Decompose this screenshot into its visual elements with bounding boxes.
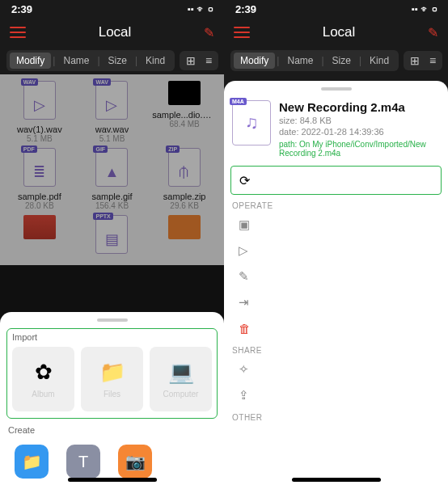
import-label: Import	[12, 332, 212, 342]
import-label: Album	[32, 390, 54, 399]
import-icon: 💻	[168, 360, 194, 385]
home-indicator[interactable]	[68, 478, 157, 482]
edit-icon[interactable]: ✎	[204, 25, 214, 40]
create-option[interactable]: T	[66, 445, 100, 479]
file-detail-sheet: M4A ♫ New Recording 2.m4a size: 84.8 KB …	[224, 81, 448, 485]
action-icon: ▷	[239, 243, 253, 258]
list-view-icon[interactable]: ≡	[202, 54, 215, 67]
sheet-handle[interactable]	[97, 318, 128, 322]
import-label: Files	[104, 390, 120, 399]
file-type-icon: M4A ♫	[232, 100, 271, 146]
menu-icon[interactable]	[10, 27, 26, 38]
view-toggle[interactable]: ⊞ ≡	[180, 51, 218, 70]
action-row[interactable]: ✎	[230, 264, 442, 289]
operate-label: OPERATE	[232, 201, 442, 210]
file-date: date: 2022-01-28 14:39:36	[279, 127, 440, 137]
sort-filters[interactable]: Modify | Name | Size | Kind	[230, 50, 399, 71]
filter-bar: Modify | Name | Size | Kind ⊞ ≡	[224, 47, 448, 74]
action-row[interactable]: ⇥	[230, 289, 442, 315]
status-indicators: ▪︎▪︎ ᯤ ▢	[412, 4, 437, 14]
action-row[interactable]: ▣	[230, 212, 442, 238]
action-row[interactable]: 🗑	[230, 315, 442, 341]
import-icon: 📁	[99, 360, 125, 385]
filter-kind[interactable]: Kind	[139, 53, 171, 69]
create-label: Create	[8, 425, 216, 435]
action-row[interactable]: ✧	[230, 356, 442, 382]
filter-kind[interactable]: Kind	[363, 53, 395, 69]
file-info: M4A ♫ New Recording 2.m4a size: 84.8 KB …	[230, 97, 442, 166]
import-option[interactable]: 📁Files	[81, 347, 143, 411]
sheet-handle[interactable]	[321, 87, 352, 91]
action-icon: 🗑	[239, 322, 253, 335]
filter-name[interactable]: Name	[57, 53, 95, 69]
action-row[interactable]: ⇪	[230, 382, 442, 408]
action-row[interactable]: ▷	[230, 238, 442, 264]
home-indicator[interactable]	[292, 478, 381, 482]
status-indicators: ▪︎▪︎ ᯤ ▢	[188, 4, 213, 14]
status-bar: 2:39 ▪︎▪︎ ᯤ ▢	[224, 0, 448, 18]
action-icon: ⇪	[239, 388, 253, 403]
filter-bar: Modify | Name | Size | Kind ⊞ ≡	[0, 47, 224, 74]
status-bar: 2:39 ▪︎▪︎ ᯤ ▢	[0, 0, 224, 18]
file-tag: M4A	[230, 98, 247, 105]
grid-view-icon[interactable]: ⊞	[183, 54, 199, 67]
filter-modify[interactable]: Modify	[10, 53, 51, 69]
page-title: Local	[99, 24, 132, 40]
page-title: Local	[323, 24, 356, 40]
list-view-icon[interactable]: ≡	[426, 54, 439, 67]
action-icon: ✧	[239, 362, 253, 377]
filter-name[interactable]: Name	[281, 53, 319, 69]
import-label: Computer	[163, 390, 199, 399]
import-option[interactable]: ✿Album	[12, 347, 74, 411]
import-section: Import ✿Album📁Files💻Computer	[6, 328, 218, 419]
header: Local ✎	[224, 18, 448, 47]
edit-icon[interactable]: ✎	[428, 25, 438, 40]
convert-icon: ⟳	[239, 173, 250, 188]
filter-modify[interactable]: Modify	[234, 53, 275, 69]
menu-icon[interactable]	[234, 27, 250, 38]
header: Local ✎	[0, 18, 224, 47]
create-option[interactable]: 📷	[118, 445, 152, 479]
action-icon: ✎	[239, 269, 253, 284]
status-time: 2:39	[235, 3, 256, 15]
import-icon: ✿	[35, 360, 53, 385]
convert-action[interactable]: ⟳	[230, 166, 442, 195]
file-size: size: 84.8 KB	[279, 116, 440, 125]
right-screenshot: 2:39 ▪︎▪︎ ᯤ ▢ Local ✎ Modify | Name | Si…	[224, 0, 448, 485]
action-icon: ▣	[239, 217, 253, 232]
file-name: New Recording 2.m4a	[279, 100, 440, 114]
status-time: 2:39	[11, 3, 32, 15]
sort-filters[interactable]: Modify | Name | Size | Kind	[6, 50, 175, 71]
view-toggle[interactable]: ⊞ ≡	[404, 51, 442, 70]
filter-size[interactable]: Size	[326, 53, 357, 69]
other-label: OTHER	[232, 413, 442, 422]
import-option[interactable]: 💻Computer	[150, 347, 212, 411]
left-screenshot: 2:39 ▪︎▪︎ ᯤ ▢ Local ✎ Modify | Name | Si…	[0, 0, 224, 485]
filter-size[interactable]: Size	[102, 53, 133, 69]
share-label: SHARE	[232, 346, 442, 355]
action-icon: ⇥	[239, 295, 253, 310]
file-path: path: On My iPhone/iConv/Imported/New Re…	[279, 140, 440, 158]
grid-view-icon[interactable]: ⊞	[407, 54, 423, 67]
import-sheet: Import ✿Album📁Files💻Computer Create 📁T📷	[0, 312, 224, 485]
create-option[interactable]: 📁	[15, 445, 49, 479]
